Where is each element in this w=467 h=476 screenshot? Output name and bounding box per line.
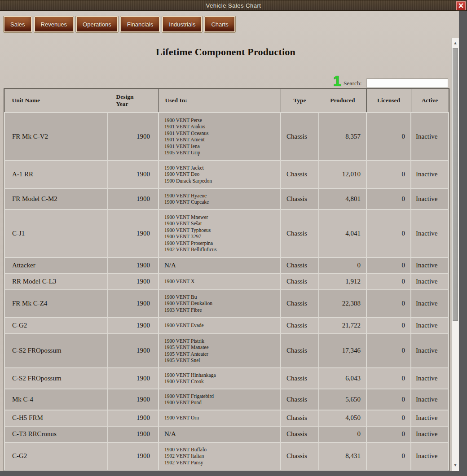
design-year-cell: 1900 <box>108 318 159 334</box>
licensed-cell: 0 <box>366 318 411 334</box>
table-row[interactable]: C-S2 FROpossum19001900 VENT Hinhankaga19… <box>4 368 449 389</box>
used-in-line: 1900 VENT Orn <box>164 415 280 421</box>
licensed-cell: 0 <box>366 334 411 368</box>
produced-cell: 1,912 <box>319 274 366 290</box>
tab-sales[interactable]: Sales <box>4 16 32 32</box>
produced-cell: 8,357 <box>319 113 366 161</box>
used-in-cell: 1900 VENT X <box>159 274 281 290</box>
produced-cell: 21,722 <box>319 318 366 334</box>
used-in-cell: 1900 VENT Bu1900 VENT Deukalion1903 VENT… <box>159 290 281 318</box>
table-row[interactable]: FR Mk C-V219001900 VENT Perse1901 VENT A… <box>4 113 449 161</box>
scrollbar-thumb[interactable] <box>453 48 458 321</box>
design-year-cell: 1900 <box>108 426 159 442</box>
table-row[interactable]: C-H5 FRM19001900 VENT OrnChassis4,0500In… <box>4 410 449 426</box>
produced-cell: 4,801 <box>319 188 366 210</box>
licensed-cell: 0 <box>366 426 411 442</box>
used-in-line: 1900 VENT Jacket <box>164 165 280 171</box>
used-in-line: 1902 VENT Italian <box>164 453 280 459</box>
used-in-line: 1901 VENT Oceanus <box>164 130 280 137</box>
active-cell: Inactive <box>411 334 449 368</box>
used-in-line: 1905 VENT Snel <box>164 357 280 364</box>
table-row[interactable]: C-G219001900 VENT EvadeChassis21,7220Ina… <box>4 318 449 334</box>
type-cell: Chassis <box>281 258 319 274</box>
column-header-unit-name[interactable]: Unit Name <box>4 89 108 113</box>
table-row[interactable]: Attacker1900N/AChassis00Inactive <box>4 258 449 274</box>
table-row[interactable]: C-T3 RRCronus1900N/AChassis00Inactive <box>4 426 449 442</box>
used-in-cell: 1900 VENT Mnewer1900 VENT Sešat1900 VENT… <box>159 210 281 258</box>
produced-cell: 6,043 <box>319 368 366 389</box>
active-cell: Inactive <box>411 258 449 274</box>
used-in-line: 1905 VENT Grip <box>164 149 280 156</box>
column-header-active[interactable]: Active <box>411 89 449 113</box>
used-in-line: 1900 VENT Mnewer <box>164 214 280 221</box>
produced-cell: 0 <box>319 426 366 442</box>
produced-cell: 22,388 <box>319 290 366 318</box>
scroll-down-button[interactable]: ▼ <box>452 462 459 468</box>
close-icon: × <box>458 1 464 10</box>
licensed-cell: 0 <box>366 258 411 274</box>
tab-revenues[interactable]: Revenues <box>34 16 74 32</box>
used-in-line: 1900 VENT Sešat <box>164 220 280 227</box>
tab-operations[interactable]: Operations <box>76 16 118 32</box>
design-year-cell: 1900 <box>108 290 159 318</box>
scroll-up-button[interactable]: ▲ <box>452 40 459 46</box>
type-cell: Chassis <box>281 442 319 470</box>
licensed-cell: 0 <box>366 274 411 290</box>
used-in-line: 1900 VENT Hyaene <box>164 192 280 199</box>
type-cell: Chassis <box>281 368 319 389</box>
licensed-cell: 0 <box>366 368 411 389</box>
table-row[interactable]: RR Model C-L319001900 VENT XChassis1,912… <box>4 274 449 290</box>
table-row[interactable]: A-1 RR19001900 VENT Jacket1900 VENT Deo1… <box>4 161 449 188</box>
tab-charts[interactable]: Charts <box>204 16 235 32</box>
used-in-line: 1901 VENT Aiakos <box>164 123 280 130</box>
table-row[interactable]: C-G219001900 VENT Buffalo1902 VENT Itali… <box>4 442 449 470</box>
licensed-cell: 0 <box>366 389 411 410</box>
table-row[interactable]: C-S2 FROpossum19001900 VENT Pistrik1905 … <box>4 334 449 368</box>
used-in-line: 1900 VENT Proserpina <box>164 240 280 247</box>
used-in-cell: N/A <box>159 258 281 274</box>
design-year-cell: 1900 <box>108 410 159 426</box>
column-header-produced[interactable]: Produced <box>319 89 366 113</box>
column-header-used-in[interactable]: Used In: <box>159 89 281 113</box>
column-header-type[interactable]: Type <box>281 89 319 113</box>
down-arrow-icon: ▼ <box>454 463 456 467</box>
design-year-cell: 1900 <box>108 258 159 274</box>
search-input[interactable] <box>366 79 448 88</box>
active-cell: Inactive <box>411 368 449 389</box>
used-in-cell: N/A <box>159 426 281 442</box>
tab-industrials[interactable]: Industrials <box>162 16 202 32</box>
licensed-cell: 0 <box>366 442 411 470</box>
active-cell: Inactive <box>411 188 449 210</box>
type-cell: Chassis <box>281 426 319 442</box>
search-label: Search: <box>344 80 361 87</box>
licensed-cell: 0 <box>366 161 411 188</box>
close-button[interactable]: × <box>456 1 466 10</box>
column-header-licensed[interactable]: Licensed <box>366 89 411 113</box>
used-in-cell: 1900 VENT Pistrik1905 VENT Manatee1905 V… <box>159 334 281 368</box>
type-cell: Chassis <box>281 334 319 368</box>
used-in-line: 1900 VENT 3297 <box>164 233 280 240</box>
used-in-line: 1900 VENT Deo <box>164 171 280 178</box>
design-year-cell: 1900 <box>108 161 159 188</box>
design-year-cell: 1900 <box>108 113 159 161</box>
titlebar[interactable]: Vehicle Sales Chart × <box>0 0 467 11</box>
active-cell: Inactive <box>411 410 449 426</box>
table-row[interactable]: C-J119001900 VENT Mnewer1900 VENT Sešat1… <box>4 210 449 258</box>
table-row[interactable]: FR Mk C-Z419001900 VENT Bu1900 VENT Deuk… <box>4 290 449 318</box>
licensed-cell: 0 <box>366 113 411 161</box>
active-cell: Inactive <box>411 290 449 318</box>
active-cell: Inactive <box>411 113 449 161</box>
type-cell: Chassis <box>281 290 319 318</box>
tab-financials[interactable]: Financials <box>120 16 160 32</box>
used-in-line: 1900 VENT Cupcake <box>164 199 280 205</box>
vertical-scrollbar[interactable]: ▲ ▼ <box>451 38 459 471</box>
produced-cell: 8,431 <box>319 442 366 470</box>
column-header-design-year[interactable]: Design Year <box>108 89 159 113</box>
used-in-cell: 1900 VENT Hinhankaga1900 VENT Crook <box>159 368 281 389</box>
design-year-cell: 1900 <box>108 442 159 470</box>
design-year-cell: 1900 <box>108 389 159 410</box>
table-row[interactable]: Mk C-419001900 VENT Frigatebird1900 VENT… <box>4 389 449 410</box>
used-in-cell: 1900 VENT Buffalo1902 VENT Italian1902 V… <box>159 442 281 470</box>
used-in-line: 1901 VENT Ament <box>164 136 280 143</box>
table-row[interactable]: FR Model C-M219001900 VENT Hyaene1900 VE… <box>4 188 449 210</box>
